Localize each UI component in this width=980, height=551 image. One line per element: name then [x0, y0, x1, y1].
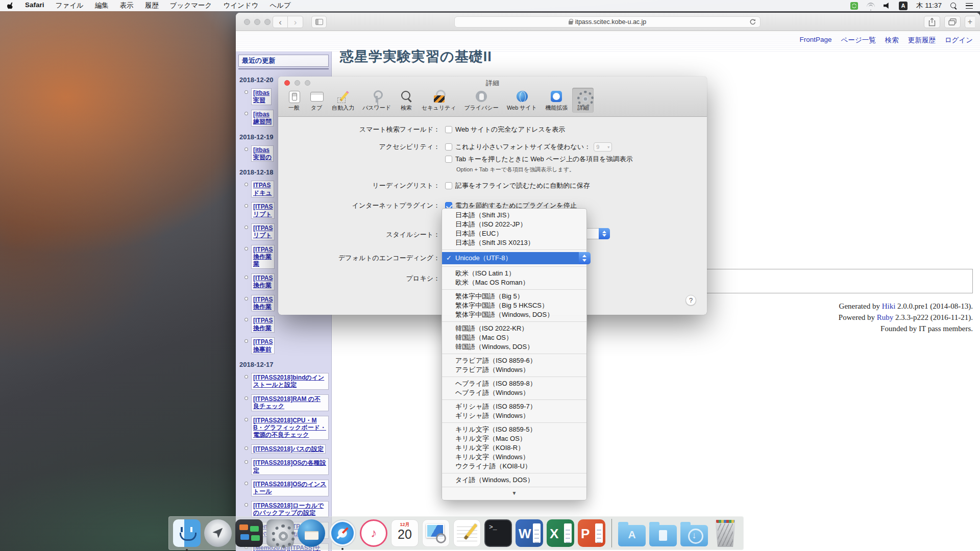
menu-item[interactable]: 表示: [114, 1, 139, 10]
dock-item[interactable]: [712, 519, 739, 547]
encoding-menu-item[interactable]: ヘブライ語（Windows）: [442, 388, 586, 397]
menu-item[interactable]: 編集: [89, 1, 114, 10]
encoding-menu-item[interactable]: [442, 399, 586, 400]
dock-item[interactable]: [235, 519, 263, 547]
wiki-page-link[interactable]: [ITPAS リプト: [251, 202, 275, 219]
new-tab-button[interactable]: +: [965, 16, 975, 28]
encoding-menu-item[interactable]: ウクライナ語（KOI8-U）: [442, 462, 586, 471]
encoding-menu-item[interactable]: 韓国語（ISO 2022-KR）: [442, 324, 586, 333]
spotlight-icon[interactable]: [950, 3, 957, 9]
menu-item[interactable]: ウインドウ: [217, 1, 264, 10]
sidebar-toggle-button[interactable]: [311, 16, 327, 28]
dock-item[interactable]: [453, 519, 481, 547]
reading-list-offline-checkbox[interactable]: [445, 182, 452, 189]
reload-icon[interactable]: [749, 19, 756, 27]
dock-item[interactable]: [298, 519, 325, 547]
preferences-tab[interactable]: タブ: [306, 88, 327, 113]
share-button[interactable]: [924, 16, 940, 28]
tab-overview-button[interactable]: [944, 16, 961, 28]
wiki-page-link[interactable]: [ITPAS 換事前: [251, 337, 275, 354]
encoding-menu-item[interactable]: ✓ Unicode（UTF-8）: [442, 252, 586, 264]
encoding-menu-item[interactable]: 韓国語（Mac OS）: [442, 333, 586, 342]
encoding-menu-item[interactable]: ヘブライ語（ISO 8859-8）: [442, 379, 586, 388]
preferences-tab[interactable]: セキュリティ: [418, 88, 460, 113]
wiki-page-link[interactable]: [ITPAS リプト: [251, 223, 275, 240]
wiki-nav-link[interactable]: 更新履歴: [908, 36, 936, 45]
menu-item[interactable]: ヘルプ: [264, 1, 296, 10]
forward-button[interactable]: ›: [288, 16, 303, 28]
encoding-menu-item[interactable]: ギリシャ語（ISO 8859-7）: [442, 402, 586, 411]
font-size-select[interactable]: 9▾: [594, 142, 612, 152]
wiki-page-link[interactable]: [ITPAS 換作業: [251, 273, 275, 290]
volume-icon[interactable]: [884, 3, 890, 9]
wiki-page-link[interactable]: [ITPASS2018]OSのインストール: [251, 480, 329, 496]
encoding-menu-item[interactable]: 韓国語（Windows, DOS）: [442, 342, 586, 352]
encoding-menu-item[interactable]: ▼: [442, 489, 586, 497]
dock-item[interactable]: [266, 519, 294, 547]
back-button[interactable]: ‹: [273, 16, 288, 28]
encoding-menu-item[interactable]: タイ語（Windows, DOS）: [442, 475, 586, 485]
encoding-menu-item[interactable]: ギリシャ語（Windows）: [442, 411, 586, 420]
menu-item[interactable]: Safari: [19, 1, 50, 10]
dock-item[interactable]: [204, 519, 232, 547]
encoding-menu-item[interactable]: キリル文字（KOI8-R）: [442, 443, 586, 453]
menu-item[interactable]: ブックマーク: [164, 1, 218, 10]
encoding-menu-item[interactable]: [442, 487, 586, 487]
encoding-menu-item[interactable]: 欧米（ISO Latin 1）: [442, 269, 586, 278]
wiki-page-link[interactable]: [ITPASS2018]RAM の不良チェック: [251, 394, 329, 411]
encoding-menu-item[interactable]: 欧米（Mac OS Roman）: [442, 278, 586, 287]
wiki-page-link[interactable]: [itbas 実習: [251, 88, 272, 105]
minimize-window-button[interactable]: [254, 19, 260, 25]
wiki-page-link[interactable]: [itbas 練習問: [251, 110, 274, 127]
encoding-menu-item[interactable]: [442, 289, 586, 290]
encoding-menu-item[interactable]: 繁体字中国語（Big 5）: [442, 292, 586, 301]
preferences-tab[interactable]: 機能拡張: [542, 88, 571, 113]
wifi-off-icon[interactable]: [867, 3, 875, 9]
encoding-menu-item[interactable]: キリル文字（Windows）: [442, 453, 586, 462]
dock-item[interactable]: [329, 519, 356, 547]
preferences-tab[interactable]: パスワード: [359, 88, 395, 113]
notification-center-icon[interactable]: [966, 3, 973, 9]
encoding-menu-item[interactable]: [442, 249, 586, 250]
wiki-page-link[interactable]: [ITPAS 換作業 業: [251, 245, 275, 269]
wiki-page-link[interactable]: [ITPAS 換作業: [251, 316, 275, 333]
encoding-menu-item[interactable]: キリル文字（Mac OS）: [442, 434, 586, 443]
encoding-menu-item[interactable]: [442, 473, 586, 473]
footer-link[interactable]: Hiki: [882, 302, 896, 310]
encoding-menu-item[interactable]: 日本語（Shift JIS X0213）: [442, 238, 586, 247]
zoom-window-button[interactable]: [264, 19, 271, 25]
close-window-button[interactable]: [244, 19, 250, 25]
antivirus-status-icon[interactable]: [850, 2, 858, 10]
wiki-page-link[interactable]: [ITPASS2018]ローカルでのバックアップの設定: [251, 501, 329, 518]
dock-item[interactable]: ↓: [680, 525, 708, 546]
encoding-menu-item[interactable]: [442, 321, 586, 322]
wiki-page-link[interactable]: [itbas 実習の: [251, 145, 274, 162]
input-source-icon[interactable]: A: [899, 2, 908, 10]
encoding-menu-item[interactable]: 日本語（ISO 2022-JP）: [442, 220, 586, 229]
encoding-menu-item[interactable]: 日本語（Shift JIS）: [442, 211, 586, 220]
min-font-size-checkbox[interactable]: [445, 143, 452, 151]
tab-highlight-checkbox[interactable]: [445, 156, 452, 163]
wiki-page-link[interactable]: ITPAS ドキュ: [251, 181, 274, 197]
encoding-menu-item[interactable]: アラビア語（ISO 8859-6）: [442, 356, 586, 365]
preferences-tab[interactable]: 一般: [283, 88, 305, 113]
encoding-menu-item[interactable]: [442, 354, 586, 354]
footer-link[interactable]: Ruby: [877, 313, 894, 321]
address-bar[interactable]: itpass.scitec.kobe-u.ac.jp: [454, 16, 761, 28]
encoding-menu-item[interactable]: アラビア語（Windows）: [442, 365, 586, 374]
dock-item[interactable]: [649, 525, 677, 546]
wiki-nav-link[interactable]: ログイン: [945, 36, 973, 45]
wiki-page-link[interactable]: [ITPASS2018]CPU・MB・グラフィックボード・電源の不良チェック: [251, 416, 329, 440]
encoding-menu-item[interactable]: [442, 266, 586, 267]
dock-item[interactable]: X: [547, 519, 574, 547]
wiki-page-link[interactable]: [ITPASS2018]パスの設定: [251, 444, 326, 454]
dock-item[interactable]: A: [618, 525, 646, 546]
dock-item[interactable]: [422, 519, 450, 547]
wiki-nav-link[interactable]: 検索: [885, 36, 899, 45]
menu-bar-clock[interactable]: 木 11:37: [916, 1, 942, 10]
encoding-menu-item[interactable]: [442, 422, 586, 423]
dock-item[interactable]: P: [578, 519, 605, 547]
dock-item[interactable]: [173, 519, 201, 547]
encoding-menu-item[interactable]: 繁体字中国語（Windows, DOS）: [442, 310, 586, 319]
wiki-page-link[interactable]: [ITPASS2018]OSの各種設定: [251, 458, 329, 475]
